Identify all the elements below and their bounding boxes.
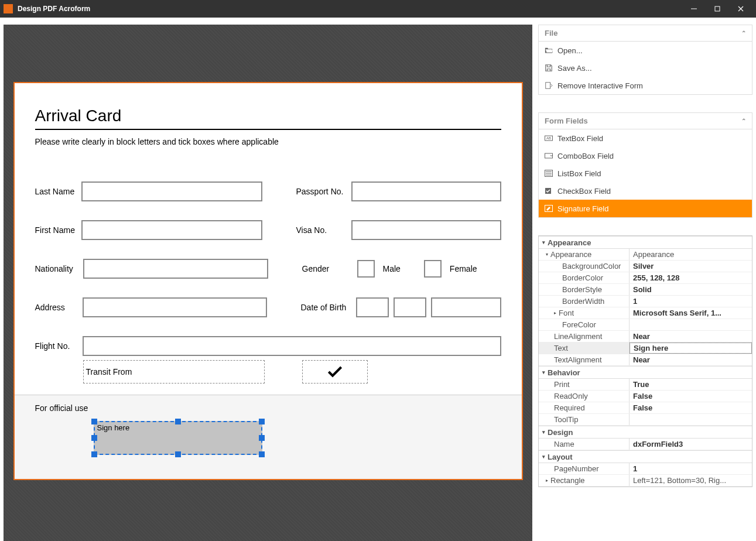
- prop-key-required[interactable]: Required: [539, 402, 630, 413]
- field-tool-textbox[interactable]: AB TextBox Field: [539, 129, 752, 147]
- minimize-button[interactable]: [682, 0, 706, 18]
- prop-val-forecolor[interactable]: [630, 319, 752, 330]
- menu-remove-form[interactable]: Remove Interactive Form: [539, 77, 752, 94]
- prop-section-appearance[interactable]: Appearance: [539, 236, 752, 249]
- panel-header-file[interactable]: File ⌃: [539, 25, 752, 42]
- prop-key-font[interactable]: Font: [539, 307, 630, 319]
- prop-val-bordercolor[interactable]: 255, 128, 128: [630, 272, 752, 283]
- field-tool-checkbox[interactable]: CheckBox Field: [539, 182, 752, 200]
- prop-key-pagenumber[interactable]: PageNumber: [539, 463, 630, 474]
- field-transit-from[interactable]: Transit From: [83, 360, 265, 384]
- prop-val-font[interactable]: Microsoft Sans Serif, 1...: [630, 307, 752, 319]
- titlebar: Design PDF Acroform: [0, 0, 756, 18]
- resize-handle-ml[interactable]: [91, 435, 97, 441]
- close-button[interactable]: [729, 0, 752, 18]
- label-last-name: Last Name: [35, 187, 82, 196]
- prop-val-readonly[interactable]: False: [630, 391, 752, 402]
- resize-handle-tm[interactable]: [175, 419, 181, 424]
- field-dob-day[interactable]: [356, 297, 389, 317]
- prop-section-behavior[interactable]: Behavior: [539, 366, 752, 379]
- prop-val-required[interactable]: False: [630, 402, 752, 413]
- prop-val-tooltip[interactable]: [630, 414, 752, 425]
- prop-val-linealign[interactable]: Near: [630, 331, 752, 342]
- field-tool-signature[interactable]: Signature Field: [539, 200, 752, 217]
- label-flight-no: Flight No.: [35, 341, 83, 351]
- chevron-up-icon: ⌃: [741, 118, 746, 124]
- page-title: Arrival Card: [35, 107, 501, 125]
- prop-section-layout[interactable]: Layout: [539, 450, 752, 463]
- property-grid[interactable]: Appearance AppearanceAppearance Backgrou…: [538, 235, 752, 487]
- checkbox-female[interactable]: [424, 260, 442, 278]
- field-passport-no[interactable]: [351, 182, 501, 201]
- panel-header-fields[interactable]: Form Fields ⌃: [539, 113, 752, 129]
- resize-handle-mr[interactable]: [259, 435, 265, 441]
- prop-key-rectangle[interactable]: Rectangle: [539, 475, 630, 486]
- prop-key-bordercolor[interactable]: BorderColor: [539, 272, 630, 283]
- field-tool-checkbox-label: CheckBox Field: [557, 187, 611, 196]
- field-address[interactable]: [83, 297, 266, 317]
- prop-key-bgcolor[interactable]: BackgroundColor: [539, 261, 630, 272]
- close-icon: [738, 6, 744, 12]
- prop-val-bgcolor[interactable]: Silver: [630, 261, 752, 272]
- menu-save-as[interactable]: Save As...: [539, 59, 752, 77]
- prop-key-readonly[interactable]: ReadOnly: [539, 391, 630, 402]
- field-tool-combobox-label: ComboBox Field: [557, 152, 614, 160]
- prop-val-borderwidth[interactable]: 1: [630, 296, 752, 307]
- app-icon: [4, 4, 13, 13]
- prop-key-forecolor[interactable]: ForeColor: [539, 319, 630, 330]
- prop-key-linealign[interactable]: LineAlignment: [539, 331, 630, 342]
- field-nationality[interactable]: [83, 259, 268, 279]
- title-rule: [35, 129, 501, 130]
- menu-open[interactable]: Open...: [539, 42, 752, 59]
- prop-key-textalign[interactable]: TextAlignment: [539, 354, 630, 365]
- prop-key-name[interactable]: Name: [539, 439, 630, 450]
- field-tool-listbox-label: ListBox Field: [557, 169, 601, 178]
- prop-val-print[interactable]: True: [630, 379, 752, 390]
- label-gender: Gender: [302, 264, 357, 273]
- prop-val-rectangle[interactable]: Left=121, Bottom=30, Rig...: [630, 475, 752, 486]
- checkmark-icon: [326, 362, 344, 381]
- field-flight-no[interactable]: [83, 336, 501, 356]
- prop-key-print[interactable]: Print: [539, 379, 630, 390]
- resize-handle-tr[interactable]: [259, 419, 265, 424]
- field-dob-month[interactable]: [394, 297, 426, 317]
- pdf-page[interactable]: Arrival Card Please write clearly in blo…: [13, 82, 523, 480]
- label-official: For official use: [35, 403, 501, 413]
- prop-key-tooltip[interactable]: ToolTip: [539, 414, 630, 425]
- svg-rect-1: [546, 83, 550, 89]
- resize-handle-tl[interactable]: [91, 419, 97, 424]
- field-last-name[interactable]: [81, 182, 262, 201]
- prop-val-text[interactable]: Sign here: [630, 343, 752, 354]
- field-visa-no[interactable]: [351, 220, 501, 240]
- maximize-icon: [714, 6, 720, 12]
- resize-handle-br[interactable]: [259, 451, 265, 457]
- resize-handle-bl[interactable]: [91, 451, 97, 457]
- maximize-button[interactable]: [706, 0, 729, 18]
- panel-header-file-label: File: [545, 29, 557, 37]
- prop-key-borderwidth[interactable]: BorderWidth: [539, 296, 630, 307]
- field-tool-signature-label: Signature Field: [557, 204, 608, 213]
- field-tool-combobox[interactable]: ComboBox Field: [539, 147, 752, 165]
- remove-form-icon: [545, 81, 553, 90]
- prop-val-name[interactable]: dxFormField3: [630, 439, 752, 450]
- field-tool-listbox[interactable]: ListBox Field: [539, 165, 752, 182]
- field-dob-year[interactable]: [431, 297, 501, 317]
- canvas-background: Arrival Card Please write clearly in blo…: [4, 25, 532, 541]
- combobox-icon: [545, 152, 553, 160]
- prop-val-appearance[interactable]: Appearance: [630, 249, 752, 260]
- prop-key-text[interactable]: Text: [539, 343, 630, 354]
- prop-val-borderstyle[interactable]: Solid: [630, 284, 752, 295]
- resize-handle-bm[interactable]: [175, 451, 181, 457]
- field-first-name[interactable]: [81, 220, 262, 240]
- prop-key-appearance[interactable]: Appearance: [539, 249, 630, 260]
- design-canvas[interactable]: Arrival Card Please write clearly in blo…: [0, 18, 536, 541]
- prop-key-borderstyle[interactable]: BorderStyle: [539, 284, 630, 295]
- label-male: Male: [383, 264, 401, 273]
- selected-signature-field[interactable]: Sign here: [94, 421, 262, 455]
- prop-val-textalign[interactable]: Near: [630, 354, 752, 365]
- prop-val-pagenumber[interactable]: 1: [630, 463, 752, 474]
- checkbox-male[interactable]: [357, 260, 375, 278]
- prop-section-design[interactable]: Design: [539, 426, 752, 439]
- field-checkbox[interactable]: [302, 360, 368, 384]
- label-female: Female: [450, 264, 477, 273]
